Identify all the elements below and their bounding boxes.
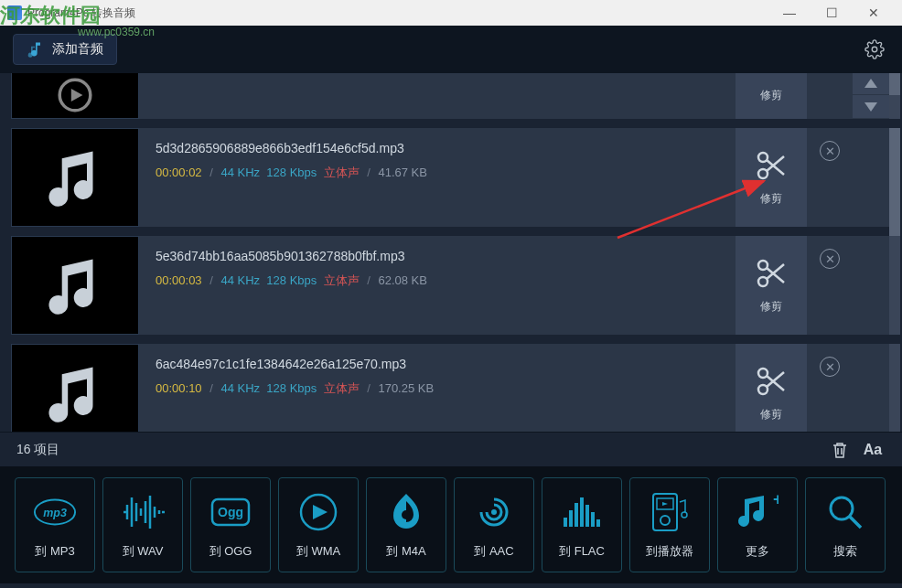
- close-window-button[interactable]: ✕: [853, 0, 895, 26]
- file-frequency: 44 KHz: [220, 166, 260, 179]
- svg-point-20: [402, 510, 411, 519]
- add-audio-button[interactable]: 添加音频: [13, 34, 117, 65]
- file-frequency: 44 KHz: [220, 381, 260, 395]
- remove-file-button[interactable]: ✕: [820, 249, 840, 269]
- svg-point-33: [831, 497, 853, 519]
- scrollbar[interactable]: [889, 73, 900, 119]
- file-thumbnail[interactable]: [11, 344, 139, 432]
- ogg-icon: Ogg: [209, 490, 252, 534]
- trim-label: 修剪: [760, 191, 782, 207]
- file-thumbnail[interactable]: [11, 128, 139, 227]
- trim-label: 修剪: [760, 407, 782, 422]
- trim-button[interactable]: 修剪: [736, 344, 807, 432]
- format-label: 到 AAC: [474, 543, 513, 560]
- file-bitrate: 128 Kbps: [263, 166, 317, 179]
- svg-text:Ogg: Ogg: [218, 505, 243, 519]
- file-thumbnail[interactable]: [11, 236, 139, 335]
- remove-file-button[interactable]: ✕: [820, 357, 840, 377]
- titlebar: Program4Pc 转换音频 — ☐ ✕: [0, 0, 902, 26]
- aac-icon: [472, 490, 516, 534]
- trim-button[interactable]: 修剪: [736, 128, 807, 227]
- scrollbar[interactable]: [889, 128, 900, 227]
- file-body[interactable]: 5d3d2865906889e866b3edf154e6cf5d.mp3 00:…: [139, 128, 736, 227]
- svg-rect-22: [564, 518, 567, 527]
- format-label: 搜索: [833, 543, 857, 560]
- delete-button[interactable]: [827, 437, 853, 463]
- file-side: ✕: [807, 128, 853, 227]
- svg-rect-26: [585, 505, 589, 527]
- more-icon: +: [736, 490, 779, 534]
- format-label: 到 MP3: [35, 543, 74, 560]
- sort-column: [853, 73, 889, 119]
- file-frequency: 44 KHz: [220, 273, 260, 287]
- file-row: 6ac484e97c1c1fe1384642e26a125e70.mp3 00:…: [11, 344, 900, 432]
- file-duration: 00:00:10: [156, 381, 202, 395]
- format-aac-button[interactable]: 到 AAC: [454, 477, 534, 572]
- file-name: 5d3d2865906889e866b3edf154e6cf5d.mp3: [156, 141, 719, 155]
- format-label: 到播放器: [646, 543, 693, 560]
- app-icon: [7, 5, 22, 20]
- scissors-icon: [755, 257, 788, 294]
- file-row: 5e36d74bb16aa5085b901362788b0fbf.mp3 00:…: [11, 236, 900, 335]
- triangle-down-icon: [864, 102, 877, 112]
- file-channels: 立体声: [320, 381, 360, 395]
- format-more-button[interactable]: + 更多: [717, 477, 798, 572]
- trim-button[interactable]: 修剪: [736, 236, 807, 335]
- file-body[interactable]: [139, 73, 736, 119]
- settings-button[interactable]: [860, 35, 889, 64]
- file-size: 41.67 KB: [378, 166, 427, 179]
- wma-icon: [296, 490, 340, 534]
- trim-button[interactable]: 修剪: [736, 73, 807, 119]
- move-up-button[interactable]: [853, 73, 889, 95]
- close-icon: ✕: [825, 144, 835, 158]
- format-player-button[interactable]: 到播放器: [629, 477, 710, 572]
- format-label: 到 M4A: [386, 543, 425, 560]
- file-list: 修剪 5d3d2865906889e866b3edf154e6cf5d.mp3 …: [0, 73, 902, 432]
- remove-file-button[interactable]: ✕: [820, 141, 840, 161]
- format-flac-button[interactable]: 到 FLAC: [542, 477, 622, 572]
- svg-point-30: [660, 516, 670, 525]
- app-title: Program4Pc 转换音频: [27, 5, 135, 21]
- file-body[interactable]: 6ac484e97c1c1fe1384642e26a125e70.mp3 00:…: [139, 344, 736, 432]
- file-meta: 00:00:02 / 44 KHz 128 Kbps 立体声 / 41.67 K…: [156, 165, 719, 181]
- svg-point-5: [758, 261, 768, 270]
- svg-point-9: [758, 369, 768, 378]
- format-wma-button[interactable]: 到 WMA: [278, 477, 359, 572]
- move-down-button[interactable]: [853, 95, 889, 119]
- svg-point-2: [758, 169, 768, 178]
- svg-point-6: [758, 277, 768, 286]
- format-m4a-button[interactable]: 到 M4A: [366, 477, 446, 572]
- svg-text:+: +: [773, 492, 779, 508]
- format-search-button[interactable]: 搜索: [805, 477, 886, 572]
- gear-icon: [864, 39, 885, 59]
- file-duration: 00:00:02: [156, 166, 202, 179]
- format-mp3-button[interactable]: mp3 到 MP3: [15, 477, 95, 572]
- file-meta: 00:00:03 / 44 KHz 128 Kbps 立体声 / 62.08 K…: [156, 273, 719, 289]
- file-channels: 立体声: [320, 166, 360, 179]
- file-body[interactable]: 5e36d74bb16aa5085b901362788b0fbf.mp3 00:…: [139, 236, 736, 335]
- file-size: 170.25 KB: [378, 381, 434, 395]
- svg-rect-28: [596, 519, 600, 527]
- svg-point-1: [758, 153, 768, 162]
- svg-text:mp3: mp3: [43, 507, 67, 519]
- trim-label: 修剪: [760, 299, 782, 315]
- maximize-button[interactable]: ☐: [811, 0, 853, 26]
- scrollbar[interactable]: [889, 236, 900, 335]
- file-row: 5d3d2865906889e866b3edf154e6cf5d.mp3 00:…: [11, 128, 900, 227]
- file-thumbnail[interactable]: [11, 73, 139, 119]
- svg-rect-25: [580, 497, 584, 527]
- format-label: 到 WMA: [296, 543, 340, 560]
- svg-line-34: [850, 517, 861, 528]
- format-label: 到 OGG: [209, 543, 252, 560]
- format-bar: mp3 到 MP3 到 WAV Ogg 到 OGG 到 WMA 到 M4A 到 …: [0, 466, 902, 583]
- minimize-button[interactable]: —: [768, 0, 811, 26]
- trim-label: 修剪: [760, 88, 782, 103]
- format-ogg-button[interactable]: Ogg 到 OGG: [190, 477, 271, 572]
- format-wav-button[interactable]: 到 WAV: [102, 477, 183, 572]
- scrollbar[interactable]: [889, 344, 900, 432]
- file-size: 62.08 KB: [378, 273, 427, 287]
- text-size-button[interactable]: Aa: [860, 437, 886, 463]
- file-channels: 立体声: [320, 273, 360, 287]
- file-duration: 00:00:03: [156, 273, 202, 287]
- svg-point-10: [758, 385, 768, 394]
